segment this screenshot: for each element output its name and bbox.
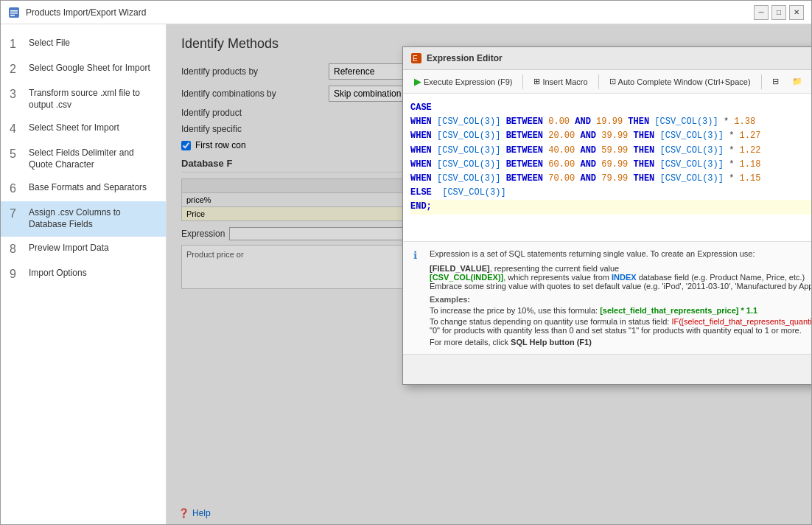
sidebar-item-select-sheet[interactable]: 4 Select Sheet for Import <box>1 117 166 142</box>
sidebar-item-assign-columns[interactable]: 7 Assign .csv Columns to Database Fields <box>1 201 166 236</box>
more-details-row: For more details, click SQL Help button … <box>430 338 811 347</box>
minimize-button[interactable]: ─ <box>754 5 769 20</box>
insert-macro-button[interactable]: ⊞ Insert Macro <box>528 74 592 89</box>
maximize-button[interactable]: □ <box>771 5 786 20</box>
info-description-row: ℹ Expression is a set of SQL statements … <box>413 249 811 261</box>
embrace-row: Embrace some string value with quotes to… <box>430 282 811 291</box>
code-line-when2: WHEN [CSV_COL(3)] BETWEEN 20.00 AND 39.9… <box>410 129 811 143</box>
dialog-title: Expression Editor <box>427 53 811 63</box>
toolbar-icon-button-1[interactable]: ⊟ <box>767 74 784 89</box>
info-icon: ℹ <box>413 249 425 261</box>
close-button[interactable]: ✕ <box>789 5 804 20</box>
main-window: Products Import/Export Wizard ─ □ ✕ 1 Se… <box>0 0 812 525</box>
svg-rect-2 <box>10 13 18 14</box>
macro-icon: ⊞ <box>533 77 540 86</box>
export-icon: ⊟ <box>772 77 779 86</box>
play-icon: ▶ <box>414 76 421 87</box>
expression-editor-dialog: E Expression Editor ✕ ▶ Execute Expressi… <box>402 46 811 385</box>
sidebar: 1 Select File 2 Select Google Sheet for … <box>1 24 167 524</box>
dialog-info-section: ℹ Expression is a set of SQL statements … <box>403 241 811 354</box>
toolbar-icon-button-2[interactable]: 📁 <box>787 74 808 89</box>
dialog-icon: E <box>410 52 422 64</box>
app-icon <box>8 7 20 18</box>
sidebar-item-base-formats[interactable]: 6 Base Formats and Separators <box>1 176 166 201</box>
code-line-when3: WHEN [CSV_COL(3)] BETWEEN 40.00 AND 59.9… <box>410 144 811 158</box>
dialog-footer: OK Cancel <box>403 354 811 384</box>
toolbar-separator-2 <box>598 74 599 89</box>
svg-rect-3 <box>10 15 15 16</box>
toolbar-separator-3 <box>761 74 762 89</box>
execute-expression-button[interactable]: ▶ Execute Expression (F9) <box>409 73 517 90</box>
code-line-when1: WHEN [CSV_COL(3)] BETWEEN 0.00 AND 19.99… <box>410 115 811 129</box>
info-fields: [FIELD_VALUE], representing the current … <box>430 264 811 347</box>
svg-rect-1 <box>10 10 18 12</box>
code-line-when4: WHEN [CSV_COL(3)] BETWEEN 60.00 AND 69.9… <box>410 158 811 172</box>
sidebar-item-select-fields-delimiter[interactable]: 5 Select Fields Delimiter and Quote Char… <box>1 142 166 176</box>
sidebar-item-transform-source[interactable]: 3 Transform source .xml file to output .… <box>1 82 166 117</box>
sidebar-item-preview-import[interactable]: 8 Preview Import Data <box>1 237 166 262</box>
main-area: 1 Select File 2 Select Google Sheet for … <box>1 24 811 524</box>
auto-complete-icon: ⊡ <box>609 77 616 86</box>
sidebar-item-select-google-sheet[interactable]: 2 Select Google Sheet for Import <box>1 57 166 82</box>
window-controls: ─ □ ✕ <box>754 5 804 20</box>
folder-icon: 📁 <box>792 77 802 86</box>
field-value-row: [FIELD_VALUE], representing the current … <box>430 264 811 273</box>
window-title: Products Import/Export Wizard <box>26 7 748 18</box>
code-line-end: END; <box>410 200 811 214</box>
code-line-case: CASE <box>410 101 811 115</box>
code-content: CASE WHEN [CSV_COL(3)] BETWEEN 0.00 AND … <box>410 101 811 234</box>
examples-title: Examples: <box>430 295 811 304</box>
dialog-toolbar: ▶ Execute Expression (F9) ⊞ Insert Macro… <box>403 70 811 94</box>
sidebar-item-select-file[interactable]: 1 Select File <box>1 32 166 57</box>
csv-col-row: [CSV_COL(INDEX)], which represents value… <box>430 273 811 282</box>
info-description: Expression is a set of SQL statements re… <box>430 249 755 261</box>
svg-text:E: E <box>413 55 418 63</box>
auto-complete-button[interactable]: ⊡ Auto Complete Window (Ctrl+Space) <box>604 74 756 89</box>
example1: To increase the price by 10%, use this f… <box>430 306 811 315</box>
toolbar-separator-1 <box>522 74 523 89</box>
code-line-when5: WHEN [CSV_COL(3)] BETWEEN 70.00 AND 79.9… <box>410 172 811 186</box>
code-line-else: ELSE [CSV_COL(3)] <box>410 186 811 200</box>
content-area: Identify Methods Identify products by Re… <box>167 24 811 524</box>
title-bar: Products Import/Export Wizard ─ □ ✕ <box>1 1 811 24</box>
sidebar-item-import-options[interactable]: 9 Import Options <box>1 262 166 287</box>
expression-editor-code[interactable]: CASE WHEN [CSV_COL(3)] BETWEEN 0.00 AND … <box>403 94 811 241</box>
dialog-title-bar: E Expression Editor ✕ <box>403 47 811 70</box>
example2: To change status depending on quantity u… <box>430 317 811 335</box>
